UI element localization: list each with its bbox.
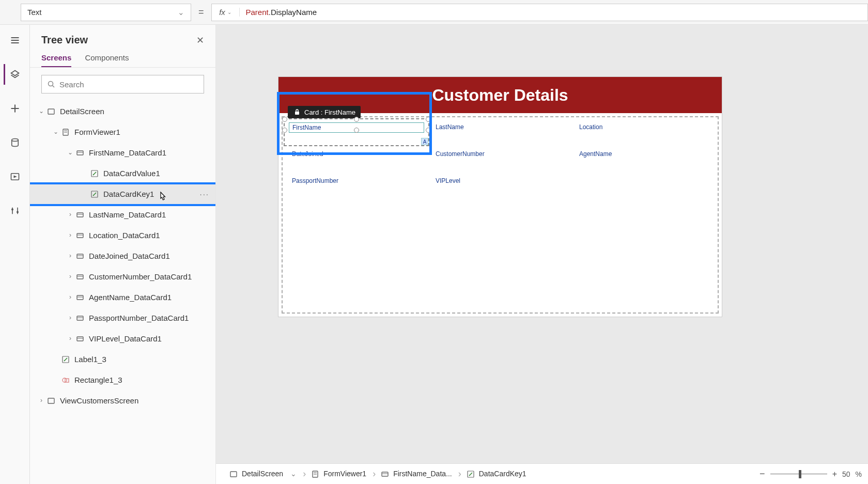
tree-item-label: AgentName_DataCard1 xyxy=(89,293,172,302)
zoom-slider[interactable] xyxy=(770,473,827,475)
tree-item[interactable]: Rectangle1_3 xyxy=(30,369,215,390)
screen-icon xyxy=(45,106,57,116)
zoom-controls: − + 50 % xyxy=(760,469,862,479)
chevron-down-icon: ⌄ xyxy=(178,8,184,17)
tree-item-label: PassportNumber_DataCard1 xyxy=(89,314,189,322)
datacard-field[interactable]: DateJoined xyxy=(286,147,427,172)
tree-item[interactable]: ›DateJoined_DataCard1 xyxy=(30,245,215,266)
chevron-icon[interactable]: › xyxy=(66,335,74,342)
tree-list[interactable]: ⌄DetailScreen⌄FormViewer1⌄FirstName_Data… xyxy=(30,101,215,484)
selection-tooltip: Card : FirstName xyxy=(288,106,361,118)
datacard-field[interactable]: AgentName xyxy=(573,147,715,172)
chevron-icon[interactable]: › xyxy=(66,293,74,301)
canvas[interactable]: Customer Details Card : FirstName FirstN… xyxy=(216,25,868,463)
tree-title: Tree view xyxy=(41,34,88,46)
card-icon xyxy=(74,334,86,343)
breadcrumb-item[interactable]: DataCardKey1 xyxy=(459,470,534,478)
media-icon[interactable] xyxy=(5,166,25,187)
tree-item-label: DetailScreen xyxy=(60,107,104,116)
tree-item-label: Location_DataCard1 xyxy=(89,231,160,240)
tree-item-label: Rectangle1_3 xyxy=(74,376,122,384)
tree-item[interactable]: ⌄DetailScreen xyxy=(30,101,215,121)
card-icon xyxy=(381,470,389,478)
tree-item[interactable]: ›LastName_DataCard1 xyxy=(30,204,215,225)
datacard-field[interactable]: Location xyxy=(573,120,715,145)
tree-item-label: CustomerNumber_DataCard1 xyxy=(89,272,192,281)
tree-item[interactable]: ⌄FirstName_DataCard1 xyxy=(30,142,215,163)
lock-icon xyxy=(293,108,301,116)
datacard-field[interactable]: CustomerNumber xyxy=(429,147,571,172)
tree-item[interactable]: ›PassportNumber_DataCard1 xyxy=(30,307,215,328)
tree-item[interactable]: DataCardValue1 xyxy=(30,163,215,183)
tree-item[interactable]: ›CustomerNumber_DataCard1 xyxy=(30,266,215,287)
formula-bar[interactable]: fx⌄ Parent.DisplayName xyxy=(211,4,868,21)
doc-icon xyxy=(60,127,71,136)
chevron-icon[interactable]: › xyxy=(37,397,45,404)
tree-item-label: DataCardValue1 xyxy=(103,169,160,178)
tree-item-label: LastName_DataCard1 xyxy=(89,210,166,219)
tree-item-label: VIPLevel_DataCard1 xyxy=(89,334,162,343)
chevron-icon[interactable]: ⌄ xyxy=(52,128,60,135)
screen-icon xyxy=(45,396,57,405)
tree-item[interactable]: ›Location_DataCard1 xyxy=(30,225,215,245)
chevron-icon[interactable]: › xyxy=(66,211,74,218)
tree-item-label: FormViewer1 xyxy=(74,128,120,136)
resize-handle[interactable] xyxy=(354,128,359,133)
zoom-in-button[interactable]: + xyxy=(832,470,837,479)
breadcrumb-item[interactable]: FirstName_Data... xyxy=(374,470,459,478)
tree-item[interactable]: ›VIPLevel_DataCard1 xyxy=(30,328,215,349)
form-viewer[interactable]: Card : FirstName FirstName A FirstName xyxy=(282,116,719,314)
chevron-icon[interactable]: › xyxy=(66,314,74,321)
zoom-out-button[interactable]: − xyxy=(760,469,765,479)
tree-item[interactable]: DataCardKey1··· xyxy=(30,183,215,204)
formula-text[interactable]: Parent.DisplayName xyxy=(240,8,323,17)
search-input[interactable] xyxy=(41,75,204,93)
resize-handle[interactable] xyxy=(426,117,431,122)
datacard-field[interactable]: VIPLevel xyxy=(429,174,571,199)
data-icon[interactable] xyxy=(5,132,25,153)
resize-handle[interactable] xyxy=(282,117,287,122)
chevron-icon[interactable]: ⌄ xyxy=(37,107,45,115)
card-icon xyxy=(74,148,86,157)
chevron-icon[interactable]: ⌄ xyxy=(66,149,74,156)
fx-label[interactable]: fx⌄ xyxy=(212,8,240,17)
tree-item[interactable]: ›AgentName_DataCard1 xyxy=(30,287,215,307)
chevron-icon[interactable]: › xyxy=(66,273,74,280)
property-dropdown[interactable]: Text ⌄ xyxy=(21,4,191,21)
breadcrumb-item[interactable]: DetailScreen⌄ xyxy=(222,470,304,478)
chevron-down-icon: ⌄ xyxy=(227,9,231,15)
hamburger-icon[interactable] xyxy=(5,30,25,51)
datacard-field[interactable]: PassportNumber xyxy=(286,174,427,199)
accessibility-badge: A xyxy=(421,138,428,145)
selected-datacard[interactable]: Card : FirstName FirstName A xyxy=(284,118,429,146)
tree-item[interactable]: ›ViewCustomersScreen xyxy=(30,390,215,411)
chevron-icon[interactable]: › xyxy=(66,231,74,239)
chevron-down-icon[interactable]: ⌄ xyxy=(290,470,297,478)
datacard-field[interactable]: LastName xyxy=(429,120,571,145)
tree-panel: Tree view ✕ Screens Components ⌄DetailSc… xyxy=(30,25,216,484)
resize-handle[interactable] xyxy=(354,117,359,122)
tree-item-label: FirstName_DataCard1 xyxy=(89,148,166,157)
search-icon xyxy=(47,80,55,88)
tree-item[interactable]: Label1_3 xyxy=(30,349,215,369)
search-field[interactable] xyxy=(59,80,198,89)
card-icon xyxy=(74,292,86,302)
card-icon xyxy=(74,230,86,240)
tree-item[interactable]: ⌄FormViewer1 xyxy=(30,121,215,142)
tree-item-label: Label1_3 xyxy=(74,355,106,364)
tree-item-label: DataCardKey1 xyxy=(103,190,154,198)
tab-screens[interactable]: Screens xyxy=(41,49,71,67)
canvas-area: Customer Details Card : FirstName FirstN… xyxy=(216,25,868,484)
chevron-icon[interactable]: › xyxy=(66,252,74,259)
card-icon xyxy=(74,313,86,322)
breadcrumb-item[interactable]: FormViewer1 xyxy=(304,470,374,478)
insert-icon[interactable] xyxy=(5,98,25,119)
resize-handle[interactable] xyxy=(282,128,287,133)
screen-preview[interactable]: Customer Details Card : FirstName FirstN… xyxy=(278,76,722,317)
settings-icon[interactable] xyxy=(5,200,25,221)
close-icon[interactable]: ✕ xyxy=(196,35,204,46)
more-icon[interactable]: ··· xyxy=(199,190,209,198)
resize-handle[interactable] xyxy=(426,128,431,133)
tab-components[interactable]: Components xyxy=(85,49,129,67)
tree-view-icon[interactable] xyxy=(4,64,24,85)
